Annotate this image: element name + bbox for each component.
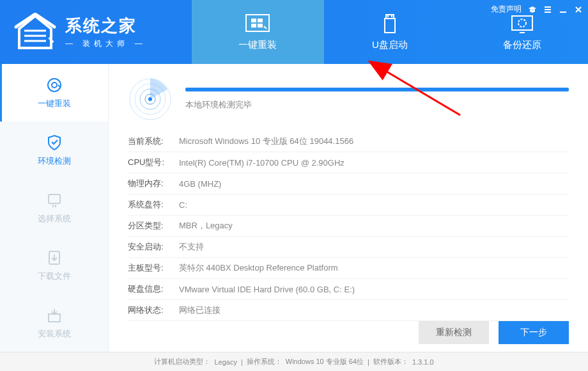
sidebar-item-select-os[interactable]: 选择系统 [0,179,108,237]
logo-title: 系统之家 [65,15,146,37]
svg-rect-9 [385,19,395,33]
tab-label: 一键重装 [238,39,277,51]
logo-subtitle: — 装机大师 — [65,38,146,49]
sidebar-item-env-check[interactable]: 环境检测 [0,122,108,179]
download-icon [45,249,63,267]
tab-reinstall[interactable]: 一键重装 [192,0,324,64]
svg-rect-3 [246,15,269,31]
radar-scan-icon [128,77,173,122]
sidebar-item-reinstall[interactable]: 一键重装 [0,64,108,122]
svg-point-2 [50,43,52,46]
sidebar: 一键重装 环境检测 选择系统 下载文件 安装系统 [0,64,109,352]
usb-icon [377,13,403,34]
sidebar-item-label: 安装系统 [38,328,71,340]
tab-label: 备份还原 [503,39,541,51]
svg-rect-18 [49,314,60,322]
info-row-cpu: CPU型号:Intel(R) Core(TM) i7-10700 CPU @ 2… [128,152,569,173]
house-logo-icon [13,13,58,51]
scan-status: 本地环境检测完毕 [185,99,569,111]
svg-rect-6 [251,24,256,28]
sidebar-item-label: 选择系统 [38,213,71,225]
svg-point-13 [518,19,526,27]
sidebar-item-label: 一键重装 [38,98,71,109]
svg-point-15 [52,83,57,88]
progress-bar [185,88,569,91]
next-button[interactable]: 下一步 [499,321,569,344]
status-bar: 计算机启动类型：Legacy | 操作系统：Windows 10 专业版 64位… [0,352,588,371]
info-row-drive: 系统盘符:C: [128,194,569,216]
logo-area: 系统之家 — 装机大师 — [0,0,192,64]
info-row-ram: 物理内存:4GB (MHZ) [128,173,569,194]
info-row-network: 网络状态:网络已连接 [128,300,569,321]
sidebar-item-download[interactable]: 下载文件 [0,237,108,294]
tab-label: U盘启动 [372,39,408,51]
windows-reinstall-icon [245,13,270,34]
svg-point-0 [49,37,51,40]
select-icon [45,191,63,209]
shield-check-icon [45,134,63,152]
graduation-icon[interactable] [528,5,537,14]
sidebar-item-label: 下载文件 [38,271,71,282]
svg-point-23 [148,97,152,101]
svg-rect-10 [387,15,389,17]
backup-icon [509,13,535,34]
info-row-partition: 分区类型:MBR，Legacy [128,216,569,237]
rescan-button[interactable]: 重新检测 [419,321,489,344]
system-info-list: 当前系统:Microsoft Windows 10 专业版 64位 19044.… [128,131,569,321]
install-icon [45,306,63,324]
svg-rect-12 [512,16,532,30]
target-icon [45,76,63,94]
info-row-secureboot: 安全启动:不支持 [128,237,569,258]
svg-rect-16 [49,194,60,203]
info-row-os: 当前系统:Microsoft Windows 10 专业版 64位 19044.… [128,131,569,152]
svg-point-1 [51,40,54,43]
svg-rect-5 [258,19,263,22]
disclaimer-link[interactable]: 免责声明 [491,4,522,15]
sidebar-item-install[interactable]: 安装系统 [0,294,108,352]
info-row-disk: 硬盘信息:VMware Virtual IDE Hard Drive (60.0… [128,279,569,300]
close-icon[interactable] [574,5,583,14]
minimize-icon[interactable] [559,5,568,14]
svg-rect-4 [251,19,256,22]
info-row-motherboard: 主板型号:英特尔 440BX Desktop Reference Platfor… [128,258,569,279]
svg-rect-11 [391,15,392,17]
window-controls: 免责声明 [491,4,583,15]
svg-rect-7 [258,24,263,28]
main-content: 本地环境检测完毕 当前系统:Microsoft Windows 10 专业版 6… [109,64,588,352]
header: 系统之家 — 装机大师 — 一键重装 U盘启动 备份还原 免责声明 [0,0,588,64]
sidebar-item-label: 环境检测 [38,155,71,167]
tab-usb-boot[interactable]: U盘启动 [324,0,456,64]
menu-icon[interactable] [543,5,552,14]
